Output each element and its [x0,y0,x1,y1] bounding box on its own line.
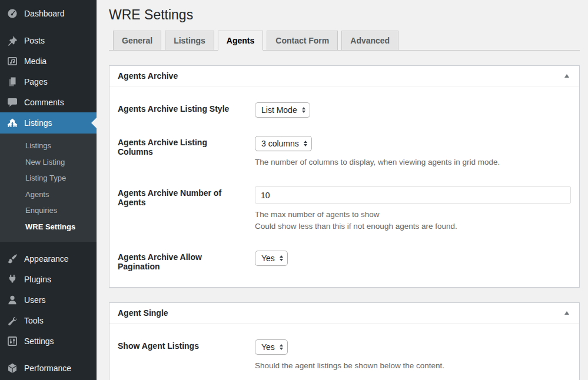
submenu-item-enquiries[interactable]: Enquiries [0,202,97,219]
dashboard-icon [6,8,18,19]
sidebar-item-label: Appearance [24,254,69,264]
submenu-item-new-listing[interactable]: New Listing [0,154,97,171]
select-arrows-icon [280,255,283,262]
users-icon [6,294,18,306]
sidebar-item-comments[interactable]: Comments [0,92,97,112]
field-label: Agents Archive Listing Columns [118,136,255,156]
sidebar-item-label: Comments [24,98,64,107]
submenu-item-wre-settings[interactable]: WRE Settings [0,219,97,235]
arrow-up-icon [280,255,283,258]
sidebar-item-appearance[interactable]: Appearance [0,248,97,269]
field-control: YesShould the agent listings be shown be… [255,339,571,372]
sidebar-item-plugins[interactable]: Plugins [0,269,97,289]
field-label: Show Agent Listings [118,339,255,351]
select-arrows-icon [280,344,283,351]
arrow-down-icon [280,348,283,350]
listings-submenu: ListingsNew ListingListing TypeAgentsEnq… [0,134,97,242]
panel-header: Agent Single [109,303,579,324]
collapse-panel-button[interactable] [563,72,571,79]
menu-separator [0,24,97,30]
agents-archive-listing-style-select[interactable]: List Mode [255,102,310,118]
field-description: Could show less than this if not enough … [255,221,571,232]
sidebar-item-label: Media [24,56,46,66]
arrow-down-icon [280,259,283,261]
field-control: 3 columnsThe number of columns to displa… [255,136,571,168]
appearance-icon [6,253,18,265]
field-row-show-agent-listings: Show Agent ListingsYesShould the agent l… [118,339,571,372]
select-arrows-icon [304,141,307,147]
tab-general[interactable]: General [113,31,161,50]
sidebar-item-label: Users [24,295,46,305]
sidebar-item-listings[interactable]: Listings [0,112,97,134]
submenu-item-agents[interactable]: Agents [0,186,97,203]
pages-icon [6,76,18,88]
admin-sidebar: DashboardPostsMediaPagesCommentsListings… [0,0,97,380]
agents-archive-allow-pagination-select[interactable]: Yes [255,251,288,266]
panel-body: Show Agent ListingsYesShould the agent l… [109,324,579,380]
select-value: Yes [261,342,275,352]
houses-icon [6,117,18,129]
plugin-icon [6,274,18,285]
field-row-agents-archive-listing-columns: Agents Archive Listing Columns3 columnsT… [118,136,571,168]
page-title: WRE Settings [109,0,588,24]
sidebar-item-label: Listings [24,118,52,128]
select-value: Yes [261,254,275,263]
agents-archive-number-of-agents-input[interactable] [255,186,571,204]
menu-separator [0,242,97,248]
triangle-up-icon [564,74,569,78]
settings-icon [6,335,18,347]
pushpin-icon [6,35,18,46]
main-content: WRE Settings GeneralListingsAgentsContac… [97,0,588,380]
panel-header: Agents Archive [109,66,579,86]
menu-separator [0,351,97,358]
select-value: 3 columns [261,139,299,148]
arrow-up-icon [280,344,283,346]
field-description: The number of columns to display, when v… [255,156,571,168]
tab-listings[interactable]: Listings [165,31,214,50]
active-item-arrow [91,118,97,128]
agents-archive-listing-columns-select[interactable]: 3 columns [255,136,312,151]
sidebar-item-settings[interactable]: Settings [0,331,97,351]
arrow-up-icon [302,107,305,109]
wordpress-admin: DashboardPostsMediaPagesCommentsListings… [0,0,588,380]
sidebar-item-posts[interactable]: Posts [0,30,97,51]
field-control: List Mode [255,102,571,118]
triangle-up-icon [564,311,569,315]
field-description: The max number of agents to show [255,209,571,221]
panel-title: Agent Single [118,308,168,318]
arrow-down-icon [304,144,307,146]
tools-icon [6,315,18,326]
field-row-agents-archive-allow-pagination: Agents Archive Allow PaginationYes [118,251,571,271]
field-label: Agents Archive Allow Pagination [118,251,255,271]
select-arrows-icon [302,107,305,114]
sidebar-item-performance[interactable]: Performance [0,358,97,378]
field-row-agents-archive-number-of-agents: Agents Archive Number of AgentsThe max n… [118,186,571,232]
sidebar-item-label: Performance [24,364,71,373]
comments-icon [6,96,18,108]
sidebar-item-media[interactable]: Media [0,51,97,71]
tab-contact-form[interactable]: Contact Form [267,31,338,50]
settings-tabs: GeneralListingsAgentsContact FormAdvance… [109,31,580,51]
sidebar-item-tools[interactable]: Tools [0,310,97,331]
tab-advanced[interactable]: Advanced [341,31,398,50]
sidebar-item-label: Dashboard [24,9,65,18]
submenu-item-listings[interactable]: Listings [0,138,97,154]
show-agent-listings-select[interactable]: Yes [255,339,288,355]
panel-agents-archive: Agents ArchiveAgents Archive Listing Sty… [109,65,580,288]
panel-body: Agents Archive Listing StyleList ModeAge… [109,86,579,287]
performance-icon [6,362,18,374]
sidebar-item-users[interactable]: Users [0,289,97,310]
sidebar-item-label: Pages [24,77,48,86]
sidebar-item-label: Tools [24,316,44,325]
media-icon [6,55,18,67]
panel-title: Agents Archive [118,71,178,81]
tab-agents[interactable]: Agents [218,31,263,51]
arrow-down-icon [302,111,305,113]
sidebar-item-dashboard[interactable]: Dashboard [0,3,97,24]
field-row-agents-archive-listing-style: Agents Archive Listing StyleList Mode [118,102,571,118]
submenu-item-listing-type[interactable]: Listing Type [0,170,97,186]
collapse-panel-button[interactable] [563,309,571,316]
sidebar-item-pages[interactable]: Pages [0,71,97,92]
field-control: The max number of agents to showCould sh… [255,186,571,232]
sidebar-item-label: Posts [24,36,45,45]
